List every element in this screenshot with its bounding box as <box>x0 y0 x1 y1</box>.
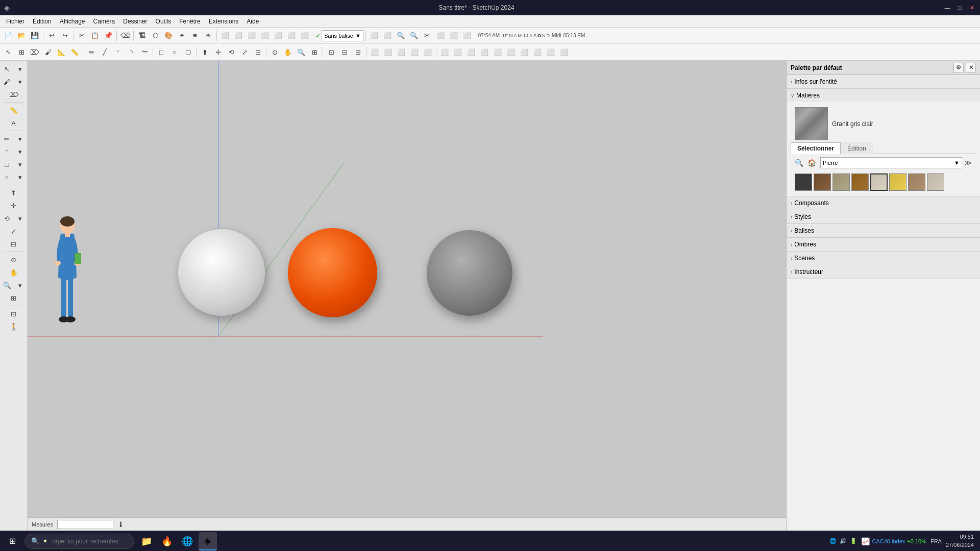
battery-icon[interactable]: 🔋 <box>850 538 857 544</box>
tb-trim[interactable]: ✂ <box>421 30 433 42</box>
network-icon[interactable]: 🌐 <box>829 538 837 544</box>
swatch-more-icon[interactable]: ≫ <box>964 159 972 167</box>
menu-extensions[interactable]: Extensions <box>205 17 243 26</box>
tb-erase[interactable]: ⌫ <box>119 30 131 42</box>
menu-fichier[interactable]: Fichier <box>2 17 29 26</box>
entity-info-header[interactable]: › Infos sur l'entité <box>787 75 980 88</box>
tb2-more4[interactable]: ⬜ <box>478 46 491 58</box>
tag-dropdown[interactable]: Sans balise ▼ <box>322 30 363 41</box>
lt-shapes-sub[interactable]: ▾ <box>14 158 27 170</box>
tb2-line[interactable]: ╱ <box>99 46 111 58</box>
lt-tape-tool[interactable]: 📏 <box>8 104 20 116</box>
tb2-zoom-ext[interactable]: ⊞ <box>308 46 321 58</box>
lt-pan-tool[interactable]: ✋ <box>8 266 20 279</box>
swatch-3[interactable] <box>851 173 869 191</box>
lt-offset-tool[interactable]: ⊟ <box>8 238 20 250</box>
minimize-button[interactable]: — <box>943 4 951 12</box>
tb2-more5[interactable]: ⬜ <box>492 46 504 58</box>
lt-paint-tool[interactable]: 🖌 <box>1 76 13 88</box>
tb2-pan[interactable]: ✋ <box>282 46 294 58</box>
menu-camera[interactable]: Caméra <box>89 17 119 26</box>
taskbar-app1[interactable]: 🔥 <box>158 532 176 550</box>
tb-paste[interactable]: 📌 <box>102 30 114 42</box>
lt-orbit-tool[interactable]: ⊙ <box>8 254 20 266</box>
tb2-section-view[interactable]: ⊟ <box>338 46 351 58</box>
panel-settings-button[interactable]: ⚙ <box>953 63 964 73</box>
lt-zoom-ext-tool[interactable]: ⊞ <box>8 292 20 304</box>
tb-redo[interactable]: ↪ <box>59 30 71 42</box>
tb-undo[interactable]: ↩ <box>45 30 58 42</box>
tb2-pencil[interactable]: ✏ <box>85 46 97 58</box>
tb2-tape[interactable]: 📏 <box>68 46 81 58</box>
tb2-move[interactable]: ✛ <box>212 46 224 58</box>
tb-search[interactable]: 🔍 <box>395 30 407 42</box>
menu-edition[interactable]: Édition <box>29 17 56 26</box>
tb2-polygon[interactable]: ⬡ <box>182 46 194 58</box>
tb-view-bottom[interactable]: ⬜ <box>285 30 298 42</box>
tb-save[interactable]: 💾 <box>29 30 41 42</box>
menu-affichage[interactable]: Affichage <box>56 17 89 26</box>
tb-materials[interactable]: 🎨 <box>162 30 175 42</box>
tb2-paint2[interactable]: 🖌 <box>42 46 54 58</box>
tb-view-left[interactable]: ⬜ <box>246 30 258 42</box>
tb-3d-warehouse[interactable]: 🏗 <box>136 30 148 42</box>
lt-zoom-tool[interactable]: 🔍 <box>1 279 13 291</box>
swatch-7[interactable] <box>927 173 944 191</box>
menu-fenetre[interactable]: Fenêtre <box>175 17 204 26</box>
lt-rotate-tool[interactable]: ⟲ <box>1 212 13 224</box>
tb-shadows[interactable]: ☀ <box>202 30 214 42</box>
tb-view-back[interactable]: ⬜ <box>232 30 244 42</box>
lt-arc-sub[interactable]: ▾ <box>14 145 27 158</box>
tb-view-front[interactable]: ⬜ <box>219 30 231 42</box>
tb-layers[interactable]: ≡ <box>189 30 201 42</box>
tb-ext1[interactable]: ⬜ <box>434 30 447 42</box>
tb-open[interactable]: 📂 <box>15 30 28 42</box>
swatch-0[interactable] <box>795 173 812 191</box>
tb2-ext6[interactable]: ⬜ <box>395 46 407 58</box>
tb2-measure[interactable]: 📐 <box>55 46 67 58</box>
tb2-more3[interactable]: ⬜ <box>465 46 477 58</box>
lt-paint-sub[interactable]: ▾ <box>14 76 27 88</box>
tb2-more9[interactable]: ⬜ <box>545 46 557 58</box>
tb2-scale[interactable]: ⤢ <box>238 46 251 58</box>
tb2-arc[interactable]: ◜ <box>112 46 124 58</box>
material-preview[interactable] <box>795 107 828 140</box>
menu-outils[interactable]: Outils <box>152 17 176 26</box>
lt-walk-tool[interactable]: 🚶 <box>8 320 20 333</box>
panel-close-button[interactable]: ✕ <box>966 63 976 73</box>
tb2-freehand[interactable]: 〜 <box>138 46 151 58</box>
tb2-section[interactable]: ⊡ <box>325 46 337 58</box>
tb2-more8[interactable]: ⬜ <box>531 46 544 58</box>
shadows-header[interactable]: › Ombres <box>787 238 980 251</box>
materials-header[interactable]: ∨ Matières <box>787 89 980 102</box>
measures-input[interactable] <box>57 520 113 529</box>
maximize-button[interactable]: □ <box>955 4 964 12</box>
tb2-zoom[interactable]: 🔍 <box>295 46 307 58</box>
lt-erase-tool[interactable]: ⌦ <box>8 88 20 101</box>
tb-cut[interactable]: ✂ <box>76 30 88 42</box>
tb2-arc2[interactable]: ◝ <box>125 46 137 58</box>
search-bar[interactable]: 🔍 ✦ <box>24 534 134 549</box>
category-dropdown[interactable]: Pierre ▼ <box>820 157 962 168</box>
lt-rotate-sub[interactable]: ▾ <box>14 212 27 224</box>
tb-view-top[interactable]: ⬜ <box>272 30 284 42</box>
tb2-display-section[interactable]: ⊞ <box>352 46 364 58</box>
tb-ext2[interactable]: ⬜ <box>448 30 460 42</box>
lt-select-sub[interactable]: ▾ <box>14 63 27 75</box>
tab-edition[interactable]: Édition <box>841 142 873 154</box>
swatch-5[interactable] <box>889 173 906 191</box>
tb2-circle[interactable]: ○ <box>168 46 181 58</box>
swatch-1[interactable] <box>814 173 831 191</box>
lt-circle-sub[interactable]: ▾ <box>14 171 27 183</box>
instructor-header[interactable]: › Instructeur <box>787 265 980 279</box>
lt-zoom-sub[interactable]: ▾ <box>14 279 27 291</box>
tb2-rotate[interactable]: ⟲ <box>225 46 237 58</box>
scenes-header[interactable]: › Scènes <box>787 252 980 265</box>
lt-select-tool[interactable]: ↖ <box>1 63 13 75</box>
tab-selectionner[interactable]: Sélectionner <box>791 142 841 154</box>
tb2-more7[interactable]: ⬜ <box>518 46 530 58</box>
tb2-rect[interactable]: □ <box>155 46 167 58</box>
lt-move-tool[interactable]: ✛ <box>8 199 20 212</box>
taskbar-explorer[interactable]: 📁 <box>137 532 156 550</box>
tags-header[interactable]: › Balises <box>787 224 980 237</box>
